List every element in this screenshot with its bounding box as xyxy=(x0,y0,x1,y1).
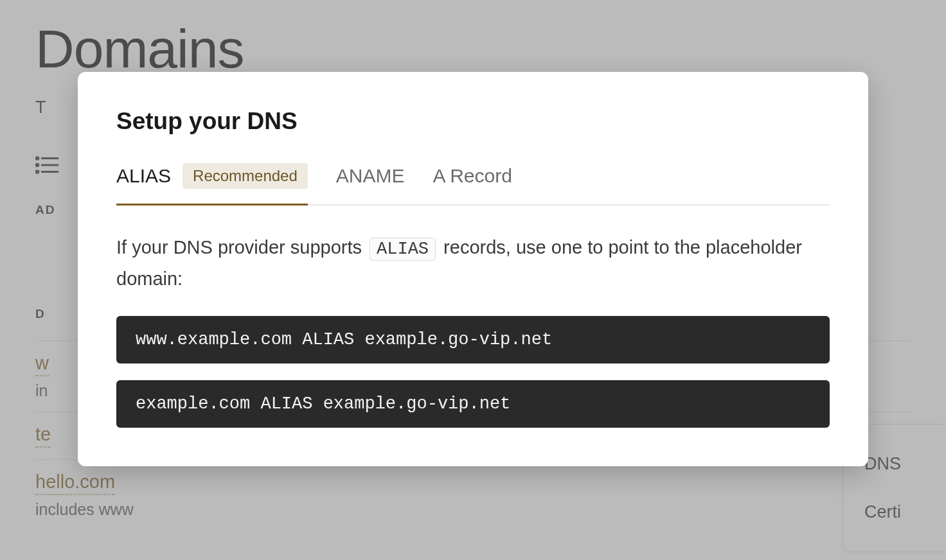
inline-code-alias: ALIAS xyxy=(370,238,436,261)
recommended-badge: Recommended xyxy=(183,163,308,189)
tab-a-record[interactable]: A Record xyxy=(433,165,512,202)
tab-label: A Record xyxy=(433,165,512,187)
modal-instruction-text: If your DNS provider supports ALIAS reco… xyxy=(116,232,830,294)
tab-label: ALIAS xyxy=(116,165,171,187)
modal-overlay[interactable]: Setup your DNS ALIAS Recommended ANAME A… xyxy=(0,0,946,560)
tab-list: ALIAS Recommended ANAME A Record xyxy=(116,163,830,206)
tab-alias[interactable]: ALIAS Recommended xyxy=(116,163,308,204)
text-before: If your DNS provider supports xyxy=(116,237,367,258)
modal-body: If your DNS provider supports ALIAS reco… xyxy=(116,232,830,428)
code-block[interactable]: www.example.com ALIAS example.go-vip.net xyxy=(116,316,830,363)
dns-setup-modal: Setup your DNS ALIAS Recommended ANAME A… xyxy=(78,72,868,466)
tab-aname[interactable]: ANAME xyxy=(336,165,405,202)
tab-label: ANAME xyxy=(336,165,405,187)
modal-title: Setup your DNS xyxy=(116,108,830,135)
code-block[interactable]: example.com ALIAS example.go-vip.net xyxy=(116,380,830,428)
